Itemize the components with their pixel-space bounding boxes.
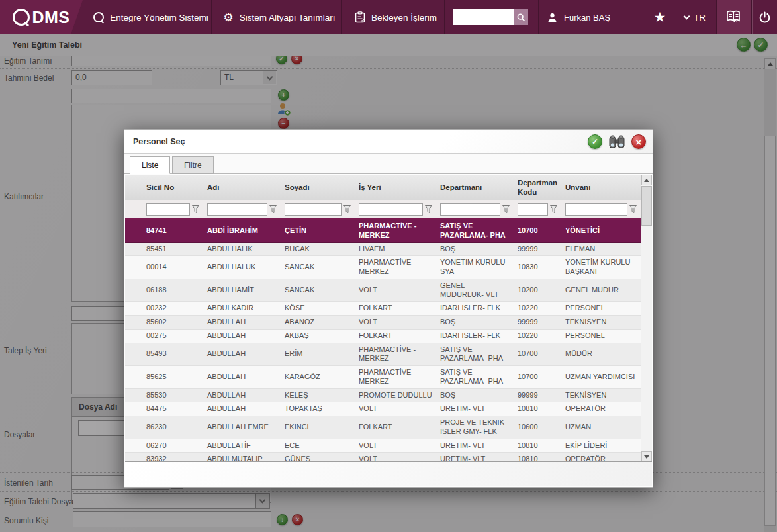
modal-close-button[interactable]: × xyxy=(631,134,646,149)
table-row[interactable]: 00275ABDULLAHAKBAŞFOLKARTIDARI ISLER- FL… xyxy=(125,330,641,343)
table-cell: KARAGÖZ xyxy=(281,366,355,388)
user-menu[interactable]: Furkan BAŞ xyxy=(547,0,646,34)
filter-cell xyxy=(142,201,203,218)
column-header[interactable]: İş Yeri xyxy=(355,175,436,200)
row-gutter xyxy=(125,302,142,315)
table-row[interactable]: 85451ABDULHALIKBUCAKLİVAEMBOŞ99999ELEMAN xyxy=(125,243,641,257)
table-cell: PERSONEL xyxy=(561,302,641,315)
table-cell: PHARMACTİVE - MERKEZ xyxy=(355,366,436,388)
table-scroll-down-arrow[interactable] xyxy=(641,451,652,462)
table-cell: KELEŞ xyxy=(281,389,355,402)
table-scrollbar[interactable] xyxy=(641,175,652,462)
application-window: DMS Entegre Yönetim Sistemi ⚙ Sistem Alt… xyxy=(0,0,777,532)
column-header[interactable]: Departmanı xyxy=(436,175,514,200)
table-cell: ABDULKADİR xyxy=(203,302,281,315)
table-cell: 10200 xyxy=(514,279,561,302)
search-button[interactable] xyxy=(514,9,528,25)
table-row[interactable]: 86230ABDULLAH EMREEKİNCİFOLKARTPROJE VE … xyxy=(125,416,641,439)
modal-header: Personel Seç ✓ × xyxy=(124,130,653,154)
row-gutter xyxy=(125,316,142,329)
filter-funnel-icon[interactable] xyxy=(629,205,637,214)
personnel-table: Sicil NoAdıSoyadıİş YeriDepartmanıDepart… xyxy=(125,175,641,466)
table-cell: ABDULLAH xyxy=(203,316,281,329)
clipboard-icon xyxy=(355,11,365,23)
table-cell: 10700 xyxy=(514,343,561,366)
table-cell: 10810 xyxy=(514,439,561,453)
table-cell: PROJE VE TEKNIK ISLER GMY- FLK xyxy=(436,416,514,439)
menu-entegre-yonetim-sistemi[interactable]: Entegre Yönetim Sistemi xyxy=(91,0,210,34)
table-row[interactable]: 00232ABDULKADİRKÖSEFOLKARTIDARI ISLER- F… xyxy=(125,302,641,316)
logo-text: DMS xyxy=(32,8,69,27)
filter-input[interactable] xyxy=(285,203,342,216)
personel-sec-modal: Personel Seç ✓ × Liste Filtre Sicil NoAd… xyxy=(124,129,653,488)
filter-input[interactable] xyxy=(565,203,627,216)
favorites-button[interactable]: ★ xyxy=(650,0,670,34)
table-cell: BUCAK xyxy=(281,243,355,256)
table-cell: VOLT xyxy=(355,402,436,416)
filter-input[interactable] xyxy=(440,203,500,216)
table-row[interactable]: 85530ABDULLAHKELEŞPROMOTE DUDULLUBOŞ9999… xyxy=(125,389,641,403)
table-row[interactable]: 85602ABDULLAHABANOZVOLTBOŞ99999TEKNİSYEN xyxy=(125,316,641,330)
filter-input[interactable] xyxy=(359,203,423,216)
filter-cell xyxy=(203,201,281,218)
top-navbar: DMS Entegre Yönetim Sistemi ⚙ Sistem Alt… xyxy=(0,0,777,34)
table-row[interactable]: 85493ABDULLAHERİMPHARMACTİVE - MERKEZSAT… xyxy=(125,343,641,367)
table-cell: FOLKART xyxy=(355,330,436,343)
table-body: 84741ABDİ İBRAHİMÇETİNPHARMACTİVE - MERK… xyxy=(125,220,641,466)
table-cell: 10600 xyxy=(514,416,561,439)
column-header[interactable]: Sicil No xyxy=(142,175,203,200)
filter-funnel-icon[interactable] xyxy=(425,205,432,214)
qdms-logo[interactable]: DMS xyxy=(0,0,83,34)
table-row[interactable]: 84475ABDULLAHTOPAKTAŞVOLTURETIM- VLT1081… xyxy=(125,402,641,416)
modal-confirm-button[interactable]: ✓ xyxy=(588,134,602,149)
table-row[interactable]: 85625ABDULLAHKARAGÖZPHARMACTİVE - MERKEZ… xyxy=(125,366,641,389)
table-cell: 10700 xyxy=(514,220,561,242)
table-cell: TEKNİSYEN xyxy=(561,316,641,329)
column-header[interactable]: Soyadı xyxy=(281,175,355,200)
search-input[interactable] xyxy=(453,9,514,25)
tab-filtre[interactable]: Filtre xyxy=(172,156,214,174)
table-row[interactable]: 06188ABDULHAMİTSANCAKVOLTGENEL MUDURLUK-… xyxy=(125,279,641,302)
table-cell: GENEL MUDURLUK- VLT xyxy=(436,279,514,302)
table-cell: FOLKART xyxy=(355,416,436,439)
binoculars-search-icon[interactable] xyxy=(608,134,625,149)
column-header[interactable]: Adı xyxy=(203,175,281,200)
table-row[interactable]: 84741ABDİ İBRAHİMÇETİNPHARMACTİVE - MERK… xyxy=(125,220,641,243)
filter-input[interactable] xyxy=(207,203,267,216)
power-icon xyxy=(758,11,771,24)
filter-funnel-icon[interactable] xyxy=(550,205,557,214)
column-header[interactable]: Unvanı xyxy=(561,175,641,200)
filter-input[interactable] xyxy=(146,203,190,216)
help-guide-button[interactable] xyxy=(717,0,751,34)
table-cell: EKİNCİ xyxy=(281,416,355,439)
table-cell: VOLT xyxy=(355,316,436,329)
filter-funnel-icon[interactable] xyxy=(192,205,199,214)
table-cell: 99999 xyxy=(514,389,561,402)
table-cell: 10700 xyxy=(514,366,561,388)
filter-funnel-icon[interactable] xyxy=(343,205,351,214)
language-selector[interactable]: TR xyxy=(676,0,713,34)
table-cell: 85451 xyxy=(142,243,203,256)
column-header[interactable]: Departman Kodu xyxy=(514,175,561,200)
table-cell: YONETIM KURULU- SYA xyxy=(436,256,514,279)
menu-sistem-altyapi-tanimlari[interactable]: ⚙ Sistem Altyapı Tanımları xyxy=(218,0,340,34)
filter-funnel-icon[interactable] xyxy=(269,205,277,214)
table-cell: VOLT xyxy=(355,439,436,453)
table-cell: URETIM- VLT xyxy=(436,402,514,416)
logout-button[interactable] xyxy=(753,0,777,34)
tab-liste[interactable]: Liste xyxy=(130,156,170,174)
table-cell: KÖSE xyxy=(281,302,355,315)
table-row[interactable]: 00014ABDULHALUKSANCAKPHARMACTİVE - MERKE… xyxy=(125,256,641,279)
table-scrollbar-thumb[interactable] xyxy=(641,186,652,226)
filter-cell xyxy=(355,201,436,218)
table-cell: ABDULLAH xyxy=(203,343,281,366)
table-cell: ELEMAN xyxy=(561,243,641,256)
table-cell: PERSONEL xyxy=(561,330,641,343)
filter-funnel-icon[interactable] xyxy=(502,205,510,214)
filter-input[interactable] xyxy=(518,203,548,216)
table-cell: ÇETİN xyxy=(281,220,355,242)
menu-bekleyen-islerim[interactable]: Bekleyen İşlerim xyxy=(348,0,443,34)
table-cell: PROMOTE DUDULLU xyxy=(355,389,436,402)
table-row[interactable]: 06270ABDULLATİFECEVOLTURETIM- VLT10810EK… xyxy=(125,439,641,453)
table-scroll-up-arrow[interactable] xyxy=(641,175,652,185)
